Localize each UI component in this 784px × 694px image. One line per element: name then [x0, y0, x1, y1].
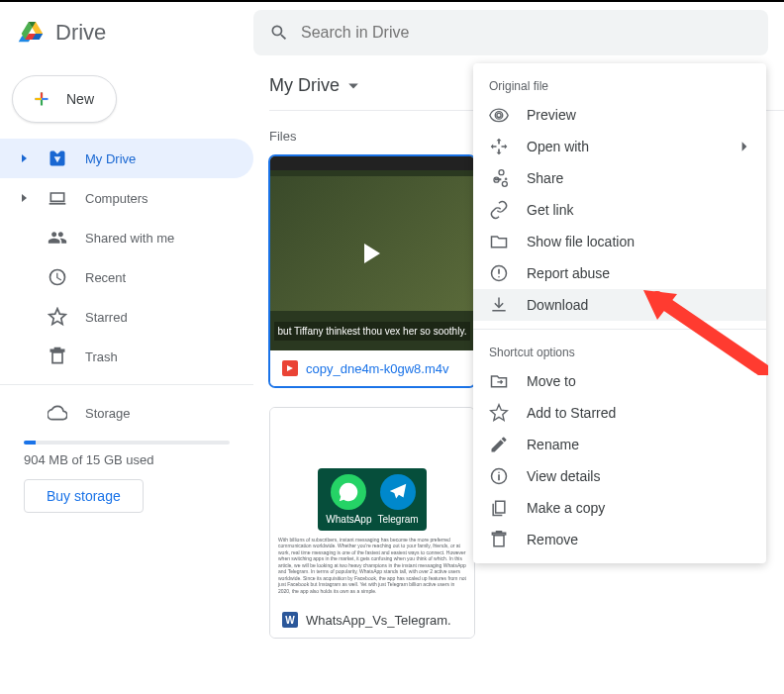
sidebar-item-storage[interactable]: Storage — [0, 393, 253, 433]
menu-item-label: Share — [527, 170, 563, 186]
divider — [0, 384, 253, 385]
dropdown-icon — [347, 80, 359, 92]
menu-divider — [473, 329, 766, 330]
info-icon — [489, 466, 509, 486]
menu-item-label: Rename — [527, 437, 579, 452]
svg-text:W: W — [285, 615, 295, 626]
recent-icon — [48, 267, 67, 287]
play-icon — [364, 244, 380, 263]
my-drive-icon — [48, 149, 67, 168]
file-card[interactable]: WhatsApp Telegram With billions of subsc… — [269, 407, 475, 639]
sidebar-item-label: Recent — [85, 270, 126, 285]
sidebar-item-label: Storage — [85, 406, 131, 421]
expand-icon[interactable] — [20, 193, 30, 203]
copy-icon — [489, 498, 509, 518]
storage-bar — [24, 441, 230, 445]
menu-item-rename[interactable]: Rename — [473, 429, 766, 460]
breadcrumb-label: My Drive — [269, 75, 340, 96]
doc-preview-text: With billions of subscribers, instant me… — [278, 537, 466, 595]
star-icon — [489, 403, 509, 423]
menu-item-label: Show file location — [527, 234, 635, 249]
file-name: copy_dne4m-k0gw8.m4v — [306, 361, 449, 376]
eye-icon — [489, 105, 509, 125]
telegram-label: Telegram — [378, 514, 419, 525]
sidebar-item-label: Trash — [85, 349, 118, 364]
shared-icon — [48, 228, 67, 248]
menu-item-get-link[interactable]: Get link — [473, 194, 766, 226]
video-file-icon — [282, 360, 298, 376]
menu-item-label: Get link — [527, 202, 573, 218]
whatsapp-label: WhatsApp — [326, 514, 371, 525]
report-icon — [489, 263, 509, 283]
sidebar-item-label: My Drive — [85, 151, 136, 166]
app-name: Drive — [55, 20, 106, 46]
menu-item-add-starred[interactable]: Add to Starred — [473, 397, 766, 429]
menu-item-label: Add to Starred — [527, 405, 616, 421]
sidebar-item-label: Starred — [85, 310, 128, 325]
video-subtitle: but Tiffany thinkest thou vex her so soo… — [274, 322, 471, 341]
star-icon — [48, 307, 67, 327]
context-menu: Original file Preview Open with Share Ge… — [473, 63, 766, 563]
cloud-icon — [48, 403, 67, 423]
plus-icon — [29, 86, 54, 112]
menu-item-download[interactable]: Download — [473, 289, 766, 321]
menu-item-remove[interactable]: Remove — [473, 524, 766, 555]
share-icon — [489, 168, 509, 188]
menu-item-show-location[interactable]: Show file location — [473, 226, 766, 257]
menu-section-label: Shortcut options — [473, 338, 766, 365]
file-card[interactable]: but Tiffany thinkest thou vex her so soo… — [269, 155, 475, 387]
search-input[interactable] — [301, 24, 752, 42]
menu-item-report-abuse[interactable]: Report abuse — [473, 257, 766, 289]
sidebar-item-trash[interactable]: Trash — [0, 337, 253, 376]
trash-icon — [48, 347, 67, 366]
menu-item-label: Move to — [527, 373, 576, 389]
storage-fill — [24, 441, 36, 445]
video-thumbnail: but Tiffany thinkest thou vex her so soo… — [270, 156, 474, 350]
sidebar-item-label: Computers — [85, 191, 148, 206]
menu-item-share[interactable]: Share — [473, 162, 766, 194]
sidebar-item-computers[interactable]: Computers — [0, 178, 253, 218]
menu-item-label: Open with — [527, 139, 589, 154]
menu-item-make-copy[interactable]: Make a copy — [473, 492, 766, 524]
menu-item-label: View details — [527, 468, 600, 484]
folder-icon — [489, 232, 509, 251]
file-name: WhatsApp_Vs_Telegram. — [306, 613, 451, 628]
link-icon — [489, 200, 509, 220]
sidebar-item-my-drive[interactable]: My Drive — [0, 139, 253, 178]
pencil-icon — [489, 435, 509, 454]
menu-item-move-to[interactable]: Move to — [473, 365, 766, 397]
menu-item-label: Preview — [527, 107, 576, 123]
content-area: My Drive Files but Tiffany thinkest thou… — [253, 63, 784, 694]
doc-thumbnail: WhatsApp Telegram With billions of subsc… — [270, 408, 474, 602]
chevron-right-icon — [738, 141, 750, 152]
download-icon — [489, 295, 509, 315]
computers-icon — [48, 188, 67, 208]
sidebar-item-starred[interactable]: Starred — [0, 297, 253, 337]
buy-storage-button[interactable]: Buy storage — [24, 479, 144, 513]
search-bar[interactable] — [253, 10, 768, 55]
sidebar-item-label: Shared with me — [85, 231, 174, 246]
expand-icon[interactable] — [20, 153, 30, 163]
menu-item-preview[interactable]: Preview — [473, 99, 766, 131]
drive-logo-icon — [16, 17, 48, 49]
top-bar: Drive — [0, 0, 784, 63]
sidebar-item-shared[interactable]: Shared with me — [0, 218, 253, 257]
open-with-icon — [489, 137, 509, 156]
move-icon — [489, 371, 509, 391]
trash-icon — [489, 530, 509, 549]
menu-item-label: Make a copy — [527, 500, 605, 516]
menu-section-label: Original file — [473, 71, 766, 99]
logo-section[interactable]: Drive — [16, 17, 253, 49]
menu-item-open-with[interactable]: Open with — [473, 131, 766, 162]
word-file-icon: W — [282, 612, 298, 628]
new-button[interactable]: New — [12, 75, 117, 123]
menu-item-label: Remove — [527, 532, 578, 547]
storage-usage-text: 904 MB of 15 GB used — [0, 452, 253, 467]
menu-item-label: Download — [527, 297, 588, 313]
sidebar-item-recent[interactable]: Recent — [0, 257, 253, 297]
search-icon — [269, 23, 289, 43]
new-button-label: New — [66, 91, 94, 107]
menu-item-label: Report abuse — [527, 265, 610, 281]
sidebar: New My Drive Computers Shared with me Re… — [0, 63, 253, 694]
menu-item-view-details[interactable]: View details — [473, 460, 766, 492]
